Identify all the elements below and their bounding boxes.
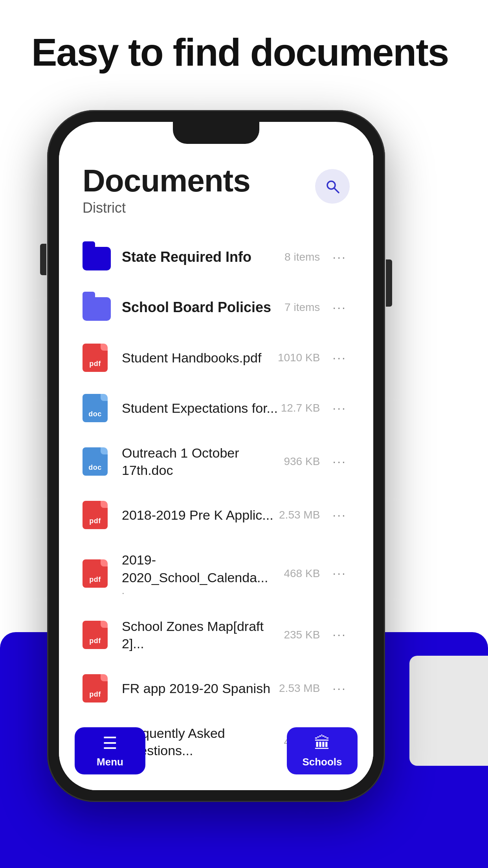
doc-file-icon: doc — [83, 394, 108, 422]
list-item[interactable]: pdf Student Handbooks.pdf 1010 KB ··· — [59, 333, 373, 383]
list-item[interactable]: pdf 2019-2020_School_Calenda... . 468 KB… — [59, 540, 373, 606]
pdf-label: pdf — [89, 690, 101, 699]
more-dots-icon: ··· — [332, 627, 347, 642]
list-item[interactable]: doc Student Expectations for... 12.7 KB … — [59, 383, 373, 433]
more-dots-icon: ··· — [332, 454, 347, 469]
phone-notch — [173, 122, 259, 144]
more-button-prek[interactable]: ··· — [329, 505, 350, 526]
documents-title: Documents — [83, 165, 250, 197]
more-dots-icon: ··· — [332, 566, 347, 580]
documents-header: Documents District — [59, 145, 373, 224]
file-name-handbooks: Student Handbooks.pdf — [122, 349, 278, 366]
list-item[interactable]: pdf School Zones Map[draft 2]... 235 KB … — [59, 607, 373, 663]
file-meta-handbooks: 1010 KB — [278, 351, 320, 364]
pdf-file-icon: pdf — [83, 621, 108, 649]
doc-file-icon: doc — [83, 447, 108, 476]
file-name-outreach: Outreach 1 October 17th.doc — [122, 444, 284, 479]
header-text-group: Documents District — [83, 165, 250, 216]
more-dots-icon: ··· — [332, 681, 347, 695]
pdf-icon-zones: pdf — [83, 621, 111, 649]
pdf-icon-fr: pdf — [83, 674, 111, 702]
folder-meta-board: 7 items — [284, 301, 320, 314]
menu-label: Menu — [97, 756, 123, 768]
pdf-file-icon: pdf — [83, 674, 108, 702]
pdf-label: pdf — [89, 576, 101, 584]
file-list: State Required Info 8 items ··· School B… — [59, 224, 373, 778]
pdf-file-icon: pdf — [83, 559, 108, 588]
file-meta-prek: 2.53 MB — [279, 509, 320, 521]
file-name-expectations: Student Expectations for... — [122, 399, 281, 417]
file-note-calendar: . — [122, 586, 284, 596]
more-button-board[interactable]: ··· — [329, 297, 350, 318]
pdf-label: pdf — [89, 517, 101, 525]
more-button-calendar[interactable]: ··· — [329, 563, 350, 584]
more-button-expectations[interactable]: ··· — [329, 398, 350, 419]
file-name-fr: FR app 2019-20 Spanish — [122, 680, 279, 697]
more-dots-icon: ··· — [332, 401, 347, 415]
file-meta-calendar: 468 KB — [284, 567, 320, 580]
folder-meta-state: 8 items — [284, 251, 320, 263]
page-hero-title: Easy to find documents — [31, 31, 448, 74]
folder-icon-state — [83, 243, 111, 271]
more-button-state[interactable]: ··· — [329, 247, 350, 268]
folder-light-icon — [83, 297, 111, 321]
search-icon — [325, 178, 340, 194]
bottom-navigation: ☰ Menu 🏛 Schools — [59, 719, 373, 790]
schools-button[interactable]: 🏛 Schools — [287, 727, 358, 774]
doc-label: doc — [88, 410, 102, 418]
file-meta-expectations: 12.7 KB — [281, 402, 320, 414]
list-item[interactable]: School Board Policies 7 items ··· — [59, 282, 373, 333]
search-button[interactable] — [315, 169, 350, 204]
phone-screen: Documents District State Requ — [59, 122, 373, 790]
more-dots-icon: ··· — [332, 300, 347, 314]
documents-subtitle: District — [83, 200, 250, 216]
file-name-zones: School Zones Map[draft 2]... — [122, 618, 284, 652]
schools-label: Schools — [302, 756, 342, 768]
more-dots-icon: ··· — [332, 351, 347, 365]
pdf-icon-handbooks: pdf — [83, 344, 111, 372]
file-name-calendar: 2019-2020_School_Calenda... — [122, 551, 284, 586]
bg-white-card — [409, 656, 488, 766]
file-meta-fr: 2.53 MB — [279, 682, 320, 695]
file-name-prek: 2018-2019 Pre K Applic... — [122, 506, 279, 524]
doc-label: doc — [88, 463, 102, 472]
more-button-zones[interactable]: ··· — [329, 624, 350, 645]
schools-icon: 🏛 — [314, 734, 330, 753]
file-meta-zones: 235 KB — [284, 629, 320, 641]
folder-dark-icon — [83, 247, 111, 270]
more-dots-icon: ··· — [332, 250, 347, 264]
doc-icon-outreach: doc — [83, 447, 111, 476]
doc-icon-expectations: doc — [83, 394, 111, 422]
pdf-icon-prek: pdf — [83, 501, 111, 529]
more-button-fr[interactable]: ··· — [329, 678, 350, 699]
more-button-handbooks[interactable]: ··· — [329, 348, 350, 368]
list-item[interactable]: pdf FR app 2019-20 Spanish 2.53 MB ··· — [59, 663, 373, 714]
list-item[interactable]: doc Outreach 1 October 17th.doc 936 KB ·… — [59, 433, 373, 490]
pdf-file-icon: pdf — [83, 501, 108, 529]
folder-icon-board — [83, 293, 111, 322]
list-item[interactable]: State Required Info 8 items ··· — [59, 232, 373, 282]
pdf-icon-calendar: pdf — [83, 559, 111, 588]
list-item[interactable]: pdf 2018-2019 Pre K Applic... 2.53 MB ··… — [59, 490, 373, 540]
menu-button[interactable]: ☰ Menu — [75, 727, 145, 774]
folder-name-board: School Board Policies — [122, 298, 284, 317]
pdf-label: pdf — [89, 360, 101, 368]
screen-content: Documents District State Requ — [59, 145, 373, 790]
menu-icon: ☰ — [103, 734, 117, 753]
phone-frame: Documents District State Requ — [47, 110, 385, 802]
folder-name-state: State Required Info — [122, 248, 284, 267]
svg-line-1 — [334, 188, 339, 193]
pdf-file-icon: pdf — [83, 344, 108, 372]
more-dots-icon: ··· — [332, 508, 347, 522]
pdf-label: pdf — [89, 637, 101, 645]
file-meta-outreach: 936 KB — [284, 455, 320, 468]
more-button-outreach[interactable]: ··· — [329, 451, 350, 472]
